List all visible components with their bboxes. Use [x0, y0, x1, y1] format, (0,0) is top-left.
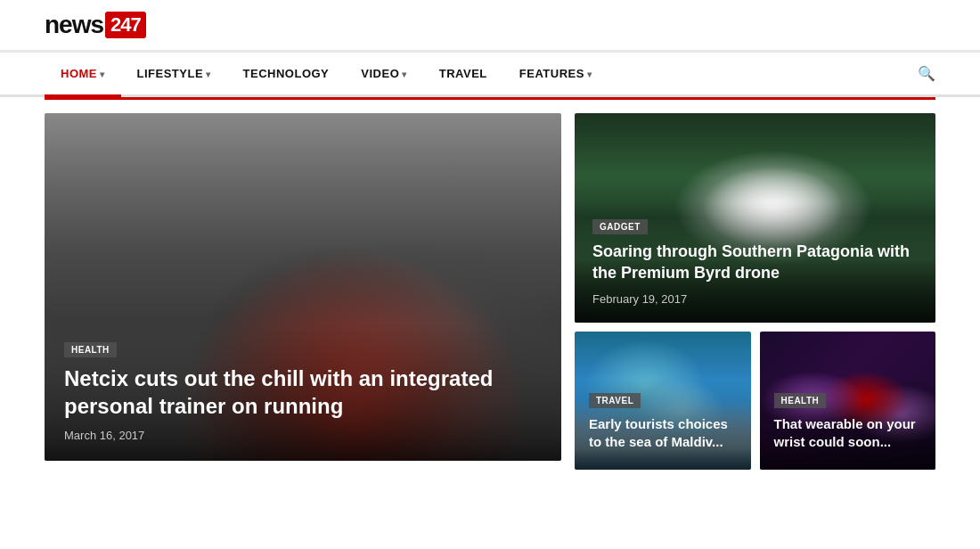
nav-item-video[interactable]: VIDEO▾ — [345, 53, 422, 94]
wearable-title: That wearable on your wrist could soon..… — [774, 415, 922, 450]
home-chevron-icon: ▾ — [100, 70, 105, 79]
logo-badge: 247 — [105, 12, 146, 38]
drone-title: Soaring through Southern Patagonia with … — [592, 242, 918, 283]
nav-link-video[interactable]: VIDEO▾ — [345, 53, 422, 94]
nav-links: HOME▾ LIFESTYLE▾ TECHNOLOGY VIDEO▾ TRAVE… — [45, 53, 608, 94]
featured-category-badge: HEALTH — [64, 342, 117, 357]
drone-date: February 19, 2017 — [592, 292, 687, 306]
nav-item-technology[interactable]: TECHNOLOGY — [227, 53, 346, 94]
features-chevron-icon: ▾ — [587, 70, 592, 79]
nav-link-travel[interactable]: TRAVEL — [423, 53, 503, 94]
nav-link-features[interactable]: FEATURES▾ — [503, 53, 608, 94]
nav-item-travel[interactable]: TRAVEL — [423, 53, 503, 94]
lifestyle-chevron-icon: ▾ — [206, 70, 211, 79]
right-column: GADGET Soaring through Southern Patagoni… — [575, 113, 935, 470]
nav-link-home[interactable]: HOME▾ — [45, 53, 121, 97]
nav-item-home[interactable]: HOME▾ — [45, 53, 121, 94]
wearable-article[interactable]: HEALTH That wearable on your wrist could… — [760, 332, 936, 470]
maldives-overlay: TRAVEL Early tourists choices to the sea… — [575, 379, 751, 470]
wearable-overlay: HEALTH That wearable on your wrist could… — [760, 379, 936, 470]
nav-item-features[interactable]: FEATURES▾ — [503, 53, 608, 94]
maldives-category-badge: TRAVEL — [589, 393, 641, 408]
video-chevron-icon: ▾ — [402, 70, 407, 79]
maldives-article[interactable]: TRAVEL Early tourists choices to the sea… — [575, 332, 751, 470]
drone-overlay: GADGET Soaring through Southern Patagoni… — [575, 201, 935, 323]
nav-item-lifestyle[interactable]: LIFESTYLE▾ — [121, 53, 227, 94]
maldives-title: Early tourists choices to the sea of Mal… — [589, 415, 737, 450]
search-icon[interactable]: 🔍 — [918, 65, 935, 82]
nav-link-lifestyle[interactable]: LIFESTYLE▾ — [121, 53, 227, 94]
nav-link-technology[interactable]: TECHNOLOGY — [227, 53, 346, 94]
logo[interactable]: news247 — [45, 11, 146, 39]
drone-category-badge: GADGET — [592, 219, 648, 234]
drone-article[interactable]: GADGET Soaring through Southern Patagoni… — [575, 113, 935, 323]
featured-title: Netcix cuts out the chill with an integr… — [64, 365, 542, 420]
header: news247 — [0, 0, 980, 53]
featured-overlay: HEALTH Netcix cuts out the chill with an… — [45, 323, 561, 461]
main-content: HEALTH Netcix cuts out the chill with an… — [0, 100, 980, 483]
nav-bar: HOME▾ LIFESTYLE▾ TECHNOLOGY VIDEO▾ TRAVE… — [0, 53, 980, 97]
wearable-category-badge: HEALTH — [774, 393, 827, 408]
logo-text: news — [45, 11, 103, 39]
featured-article[interactable]: HEALTH Netcix cuts out the chill with an… — [45, 113, 561, 461]
featured-date: March 16, 2017 — [64, 429, 144, 442]
bottom-row: TRAVEL Early tourists choices to the sea… — [575, 332, 935, 470]
